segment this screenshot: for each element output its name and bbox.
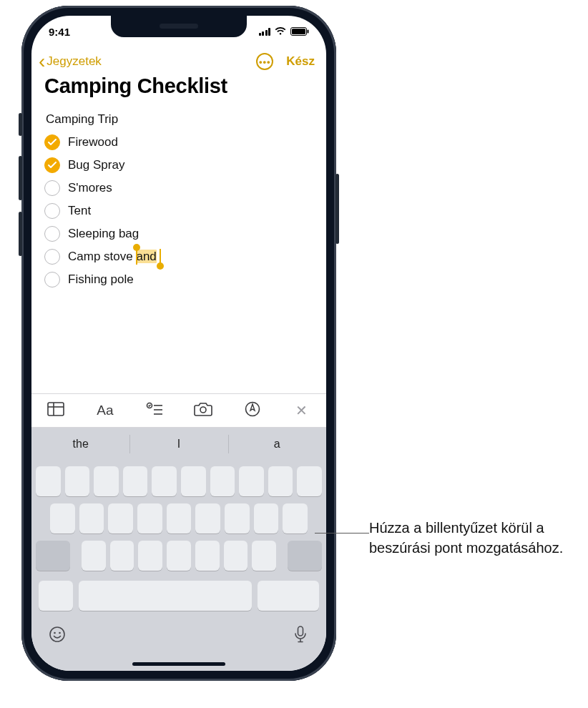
format-button[interactable]: Aa [92, 403, 119, 418]
predictive-suggestion[interactable]: I [129, 428, 227, 461]
blank-key[interactable] [254, 503, 279, 534]
blank-key[interactable] [224, 541, 248, 571]
checklist-button[interactable] [141, 402, 168, 419]
delete-key[interactable] [288, 541, 322, 571]
callout-leader-line [315, 533, 369, 534]
item-label[interactable]: Sleeping bag [68, 227, 139, 241]
blank-key[interactable] [50, 503, 75, 534]
blank-key[interactable] [195, 503, 220, 534]
dictation-button[interactable] [285, 619, 316, 649]
checkbox[interactable] [44, 226, 60, 242]
back-button[interactable]: ‹ Jegyzetek [39, 51, 102, 72]
predictive-bar: the I a [31, 428, 326, 461]
checklist[interactable]: Firewood Bug Spray S'mores [31, 131, 326, 291]
callout-text: Húzza a billentyűzet körül a beszúrási p… [369, 518, 584, 558]
list-item[interactable]: S'mores [44, 177, 313, 200]
table-button[interactable] [42, 402, 69, 419]
blank-key[interactable] [225, 503, 250, 534]
blank-key[interactable] [110, 541, 134, 571]
screen: 9:41 ‹ [31, 16, 326, 671]
blank-key[interactable] [167, 503, 192, 534]
blank-key[interactable] [152, 466, 177, 496]
list-item[interactable]: Sleeping bag [44, 222, 313, 245]
item-label[interactable]: Bug Spray [68, 158, 124, 172]
more-button[interactable]: ••• [256, 53, 273, 70]
list-item[interactable]: Fishing pole [44, 268, 313, 291]
selection-bar-start [136, 249, 137, 265]
predictive-suggestion[interactable]: a [228, 428, 326, 461]
note-title[interactable]: Camping Checklist [31, 73, 326, 104]
volume-down-button [19, 212, 22, 256]
close-toolbar-button[interactable]: ✕ [288, 402, 315, 419]
home-indicator[interactable] [132, 662, 225, 666]
item-label-prefix: Camp stove [68, 250, 136, 263]
table-icon [47, 402, 64, 416]
blank-key[interactable] [268, 466, 293, 496]
blank-key[interactable] [94, 466, 119, 496]
list-item[interactable]: Firewood [44, 131, 313, 154]
blank-key[interactable] [82, 541, 106, 571]
text-selection[interactable]: and [136, 250, 156, 263]
shift-key[interactable] [36, 541, 70, 571]
emoji-button[interactable] [41, 619, 73, 649]
silence-switch [19, 113, 22, 136]
blank-key[interactable] [79, 503, 104, 534]
svg-point-12 [50, 627, 64, 641]
return-key[interactable] [258, 581, 319, 611]
microphone-icon [294, 626, 307, 643]
power-button [335, 174, 339, 244]
blank-key[interactable] [167, 541, 191, 571]
markup-icon [245, 401, 260, 417]
ellipsis-icon: ••• [259, 56, 271, 67]
checkbox[interactable] [44, 249, 60, 265]
checklist-icon [146, 402, 163, 416]
item-label[interactable]: Fishing pole [68, 272, 134, 287]
blank-key[interactable] [239, 466, 264, 496]
format-aa-icon: Aa [97, 403, 113, 418]
smiley-icon [49, 626, 66, 643]
blank-key[interactable] [137, 503, 162, 534]
blank-key[interactable] [65, 466, 90, 496]
svg-rect-15 [298, 626, 303, 636]
blank-key[interactable] [36, 466, 61, 496]
blank-key[interactable] [108, 503, 133, 534]
predictive-suggestion[interactable]: the [31, 428, 129, 461]
done-button[interactable]: Kész [286, 54, 315, 69]
svg-rect-2 [308, 30, 309, 34]
checkbox[interactable] [44, 203, 60, 219]
blank-key[interactable] [297, 466, 322, 496]
camera-button[interactable] [190, 402, 217, 419]
markup-button[interactable] [239, 401, 266, 420]
wifi-icon [275, 27, 286, 36]
checkbox[interactable] [44, 180, 60, 196]
numbers-key[interactable] [39, 581, 73, 611]
item-label[interactable]: Tent [68, 204, 91, 218]
checkbox[interactable] [44, 134, 60, 150]
blank-key[interactable] [138, 541, 162, 571]
checkbox[interactable] [44, 157, 60, 173]
blank-key[interactable] [210, 466, 235, 496]
item-label[interactable]: S'mores [68, 181, 112, 195]
nav-bar: ‹ Jegyzetek ••• Kész [31, 47, 326, 73]
blank-key[interactable] [123, 466, 148, 496]
list-item[interactable]: Camp stove and [44, 245, 313, 268]
blank-key[interactable] [195, 541, 220, 571]
note-section[interactable]: Camping Trip [31, 104, 326, 131]
blank-key[interactable] [252, 541, 276, 571]
item-label[interactable]: Camp stove and [68, 250, 157, 264]
checkbox[interactable] [44, 272, 60, 287]
notch [111, 16, 247, 37]
status-time: 9:41 [49, 26, 70, 38]
note-toolbar: Aa ✕ [31, 393, 326, 428]
space-key[interactable] [79, 581, 252, 611]
keyboard-trackpad[interactable] [31, 461, 326, 671]
list-item[interactable]: Tent [44, 200, 313, 222]
cellular-icon [259, 28, 271, 36]
camera-icon [194, 402, 212, 416]
list-item[interactable]: Bug Spray [44, 154, 313, 177]
blank-key[interactable] [283, 503, 308, 534]
blank-key[interactable] [181, 466, 206, 496]
item-label[interactable]: Firewood [68, 135, 118, 149]
close-icon: ✕ [295, 403, 308, 418]
svg-point-10 [200, 407, 206, 413]
